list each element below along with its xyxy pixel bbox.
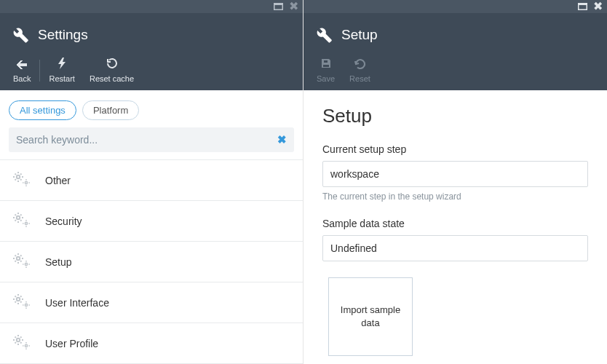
svg-point-30 — [17, 257, 20, 260]
field-label: Current setup step — [322, 143, 588, 155]
svg-line-7 — [15, 174, 16, 175]
filter-row: All settings Platform — [0, 90, 303, 127]
svg-line-36 — [20, 261, 21, 261]
svg-line-49 — [15, 296, 16, 297]
setup-panel: ✖ Setup Save Reset Setup Current setup s… — [304, 0, 607, 364]
filter-platform[interactable]: Platform — [82, 100, 139, 120]
arrow-left-icon: 🡰 — [16, 60, 28, 71]
svg-line-35 — [15, 256, 16, 256]
svg-point-16 — [17, 216, 20, 219]
window-controls-left: ✖ — [0, 0, 303, 13]
page-heading: Setup — [322, 105, 588, 127]
settings-content: All settings Platform ✖ Other Security — [0, 90, 303, 364]
gears-icon — [12, 252, 32, 272]
svg-point-53 — [25, 304, 27, 306]
settings-item-user-interface[interactable]: User Interface — [0, 282, 303, 323]
settings-item-other[interactable]: Other — [0, 160, 303, 201]
svg-point-11 — [25, 181, 27, 183]
gears-icon — [12, 333, 32, 353]
import-sample-data-button[interactable]: Import sample data — [328, 277, 413, 356]
svg-line-23 — [20, 215, 21, 215]
lightning-icon — [57, 58, 67, 71]
toolbar-separator — [39, 60, 40, 82]
svg-point-58 — [17, 339, 20, 341]
gears-icon — [12, 170, 32, 190]
save-icon — [320, 58, 332, 71]
undo-icon — [353, 58, 366, 71]
svg-point-2 — [17, 175, 20, 178]
gears-icon — [12, 211, 32, 231]
svg-rect-1 — [275, 5, 282, 9]
field-current-step: Current setup step The current step in t… — [322, 143, 588, 202]
maximize-icon[interactable] — [578, 1, 587, 12]
wrench-icon — [9, 23, 29, 46]
setup-toolbar: Save Reset — [304, 55, 607, 90]
svg-rect-73 — [579, 5, 587, 9]
settings-item-security[interactable]: Security — [0, 201, 303, 242]
svg-line-8 — [20, 179, 21, 180]
back-button[interactable]: 🡰 Back — [6, 60, 38, 83]
svg-line-63 — [15, 337, 16, 338]
svg-line-21 — [15, 215, 16, 215]
svg-line-66 — [15, 342, 16, 343]
restart-button[interactable]: Restart — [41, 58, 82, 83]
current-step-input[interactable] — [322, 161, 588, 187]
refresh-icon — [106, 58, 118, 71]
settings-toolbar: 🡰 Back Restart Reset cache — [0, 55, 303, 90]
setup-header: Setup — [304, 13, 607, 55]
svg-line-52 — [15, 301, 16, 302]
search-input[interactable] — [16, 134, 277, 146]
save-button[interactable]: Save — [309, 58, 342, 83]
svg-point-44 — [17, 298, 20, 301]
settings-list: Other Security Setup User Interface — [0, 159, 303, 364]
svg-line-37 — [20, 256, 21, 256]
search-wrap: ✖ — [0, 127, 303, 159]
field-sample-state: Sample data state — [322, 218, 588, 261]
svg-line-51 — [20, 296, 21, 297]
maximize-icon[interactable] — [274, 1, 283, 12]
svg-line-38 — [15, 261, 16, 261]
window-controls-right: ✖ — [304, 0, 607, 13]
wrench-icon — [312, 23, 333, 46]
close-icon[interactable]: ✖ — [289, 1, 298, 12]
svg-line-9 — [20, 174, 21, 175]
search-box: ✖ — [9, 127, 294, 152]
svg-line-65 — [20, 337, 21, 338]
settings-header: Settings — [0, 13, 303, 55]
svg-line-10 — [15, 179, 16, 180]
svg-point-25 — [25, 222, 27, 224]
field-help: The current step in the setup wizard — [322, 191, 588, 202]
settings-title: Settings — [38, 27, 88, 43]
svg-point-67 — [25, 344, 27, 347]
settings-item-setup[interactable]: Setup — [0, 242, 303, 282]
clear-search-icon[interactable]: ✖ — [277, 133, 287, 146]
settings-item-user-profile[interactable]: User Profile — [0, 323, 303, 364]
svg-line-64 — [20, 342, 21, 343]
svg-line-50 — [20, 301, 21, 302]
sample-state-input[interactable] — [322, 235, 588, 261]
filter-all-settings[interactable]: All settings — [9, 100, 76, 120]
svg-line-22 — [20, 220, 21, 221]
reset-cache-button[interactable]: Reset cache — [82, 58, 141, 83]
close-icon[interactable]: ✖ — [593, 1, 603, 12]
gears-icon — [12, 293, 32, 312]
settings-panel: ✖ Settings 🡰 Back Restart Reset cache Al… — [0, 0, 304, 364]
setup-content: Setup Current setup step The current ste… — [304, 90, 607, 364]
svg-point-39 — [25, 263, 27, 265]
reset-button[interactable]: Reset — [342, 58, 378, 83]
setup-title: Setup — [341, 27, 378, 43]
svg-line-24 — [15, 220, 16, 221]
field-label: Sample data state — [322, 218, 588, 229]
